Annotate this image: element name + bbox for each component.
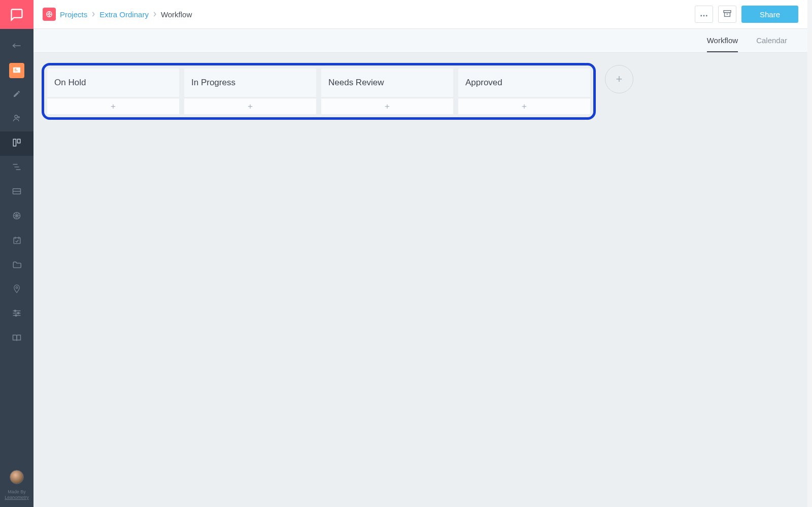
sidebar-item-folder[interactable]: [0, 253, 33, 278]
archive-icon: [723, 10, 731, 19]
list-icon: [12, 188, 21, 197]
breadcrumb-current: Workflow: [161, 10, 192, 19]
svg-rect-7: [18, 139, 20, 143]
sidebar-bottom: Made By Leanometry: [5, 470, 29, 507]
column: On Hold +: [47, 69, 179, 114]
pencil-icon: [13, 90, 21, 100]
column-add-card[interactable]: +: [47, 98, 179, 114]
sidebar-item-dashboard[interactable]: [0, 58, 33, 83]
add-column-button[interactable]: +: [605, 65, 633, 93]
sidebar-item-wheel[interactable]: [0, 205, 33, 229]
plus-icon: +: [616, 73, 623, 86]
folder-icon: [12, 261, 21, 271]
svg-rect-41: [725, 12, 730, 16]
breadcrumb-projects[interactable]: Projects: [60, 10, 87, 19]
user-icon: [12, 114, 21, 124]
column: In Progress +: [184, 69, 316, 114]
column: Needs Review +: [321, 69, 453, 114]
svg-point-5: [18, 117, 20, 118]
svg-point-24: [16, 287, 18, 289]
sidebar-item-edit[interactable]: [0, 83, 33, 107]
svg-point-31: [48, 13, 50, 15]
column-header-approved[interactable]: Approved: [458, 69, 590, 97]
column-header-in-progress[interactable]: In Progress: [184, 69, 316, 97]
plus-icon: +: [522, 102, 527, 112]
topbar: Projects Extra Ordinary Workflow Share: [33, 0, 807, 29]
indent-icon: [12, 163, 21, 173]
topbar-actions: Share: [695, 6, 798, 23]
view-tabs: Workflow Calendar: [33, 29, 807, 53]
columns-highlight: On Hold + In Progress + Needs Review + A…: [42, 63, 596, 120]
column: Approved +: [458, 69, 590, 114]
more-button[interactable]: [695, 6, 713, 23]
pin-icon: [13, 284, 20, 295]
book-icon: [12, 334, 21, 344]
made-by-link[interactable]: Leanometry: [5, 495, 29, 501]
tab-workflow[interactable]: Workflow: [707, 29, 738, 52]
svg-point-37: [700, 15, 702, 16]
plus-icon: +: [385, 102, 390, 112]
column-add-card[interactable]: +: [321, 98, 453, 114]
calendar-check-icon: [13, 236, 21, 247]
sidebar-item-outline[interactable]: [0, 156, 33, 180]
column-header-needs-review[interactable]: Needs Review: [321, 69, 453, 97]
sidebar-item-settings[interactable]: [0, 302, 33, 326]
chevron-right-icon: [91, 11, 95, 18]
card-icon: [13, 66, 20, 75]
chevron-right-icon: [153, 11, 157, 18]
svg-point-4: [15, 115, 17, 118]
avatar[interactable]: [10, 470, 24, 484]
sidebar-item-board[interactable]: [0, 131, 33, 156]
project-icon[interactable]: [43, 8, 56, 21]
svg-point-28: [18, 313, 19, 314]
kanban-icon: [12, 138, 21, 149]
more-icon: [700, 11, 707, 18]
column-add-card[interactable]: +: [184, 98, 316, 114]
column-header-on-hold[interactable]: On Hold: [47, 69, 179, 97]
arrow-left-icon: [12, 42, 21, 51]
board: On Hold + In Progress + Needs Review + A…: [33, 53, 807, 507]
plus-icon: +: [111, 102, 116, 112]
sidebar-item-calendar[interactable]: [0, 229, 33, 253]
archive-button[interactable]: [718, 6, 736, 23]
sidebar-item-list[interactable]: [0, 180, 33, 205]
sidebar-item-location[interactable]: [0, 278, 33, 302]
sidebar-item-people[interactable]: [0, 107, 33, 131]
sidebar: Made By Leanometry: [0, 0, 33, 507]
svg-rect-2: [15, 69, 17, 70]
svg-rect-1: [13, 67, 20, 73]
made-by: Made By Leanometry: [5, 489, 29, 501]
scrollbar-track[interactable]: [807, 0, 812, 507]
svg-rect-6: [13, 139, 16, 146]
sidebar-item-docs[interactable]: [0, 326, 33, 351]
breadcrumb-project-name[interactable]: Extra Ordinary: [99, 10, 149, 19]
svg-rect-3: [15, 71, 18, 71]
plus-icon: +: [248, 102, 253, 112]
sliders-icon: [12, 310, 21, 319]
sidebar-back[interactable]: [0, 34, 33, 58]
svg-point-30: [15, 315, 17, 316]
breadcrumb: Projects Extra Ordinary Workflow: [43, 8, 192, 21]
share-button[interactable]: Share: [741, 6, 798, 23]
svg-point-38: [703, 15, 705, 16]
svg-point-39: [706, 15, 707, 16]
svg-point-26: [15, 310, 16, 312]
app-logo[interactable]: [0, 0, 33, 29]
svg-rect-21: [14, 238, 20, 243]
wheel-icon: [12, 211, 21, 222]
column-add-card[interactable]: +: [458, 98, 590, 114]
sidebar-nav: [0, 29, 33, 351]
tab-calendar[interactable]: Calendar: [756, 29, 787, 52]
